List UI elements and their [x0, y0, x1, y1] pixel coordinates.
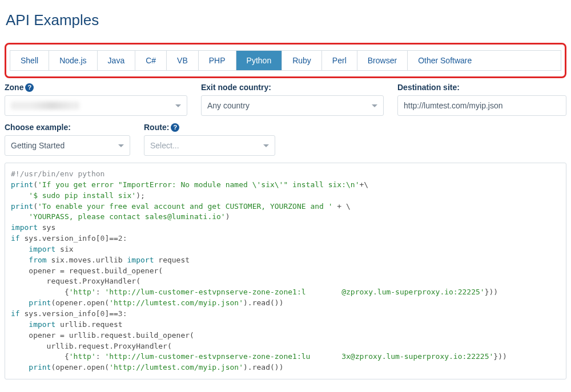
tab-php[interactable]: PHP	[199, 51, 236, 70]
zone-label: Zone ?	[5, 83, 187, 92]
destination-label: Destination site:	[397, 83, 566, 92]
route-placeholder: Select...	[150, 141, 179, 150]
language-tabs: Shell Node.js Java C# VB PHP Python Ruby…	[10, 50, 561, 71]
exit-node-select[interactable]: Any country	[201, 95, 384, 116]
code-panel: #!/usr/bin/env python print('If you get …	[5, 163, 566, 379]
code-block[interactable]: #!/usr/bin/env python print('If you get …	[11, 169, 560, 373]
tab-perl[interactable]: Perl	[322, 51, 357, 70]
chevron-down-icon	[263, 144, 269, 147]
chevron-down-icon	[372, 104, 377, 107]
example-value: Getting Started	[11, 141, 65, 150]
help-icon[interactable]: ?	[25, 83, 34, 92]
example-label: Choose example:	[5, 123, 130, 132]
tab-other-software[interactable]: Other Software	[408, 51, 482, 70]
chevron-down-icon	[118, 144, 124, 147]
page-title: API Examples	[6, 11, 566, 29]
zone-value	[11, 102, 79, 110]
help-icon[interactable]: ?	[171, 123, 179, 132]
example-select[interactable]: Getting Started	[5, 135, 130, 156]
destination-input[interactable]	[397, 95, 566, 116]
tab-ruby[interactable]: Ruby	[282, 51, 322, 70]
chevron-down-icon	[175, 104, 181, 107]
zone-select[interactable]	[5, 95, 187, 116]
tab-shell[interactable]: Shell	[10, 51, 49, 70]
tab-csharp[interactable]: C#	[135, 51, 167, 70]
tab-browser[interactable]: Browser	[357, 51, 408, 70]
route-label: Route: ?	[144, 123, 275, 132]
tab-java[interactable]: Java	[98, 51, 136, 70]
tab-python[interactable]: Python	[236, 51, 283, 70]
exit-node-value: Any country	[207, 101, 250, 110]
route-select[interactable]: Select...	[144, 135, 275, 156]
tab-vb[interactable]: VB	[167, 51, 199, 70]
exit-node-label: Exit node country:	[201, 83, 384, 92]
tabs-highlight-box: Shell Node.js Java C# VB PHP Python Ruby…	[5, 43, 566, 78]
tab-nodejs[interactable]: Node.js	[49, 51, 97, 70]
